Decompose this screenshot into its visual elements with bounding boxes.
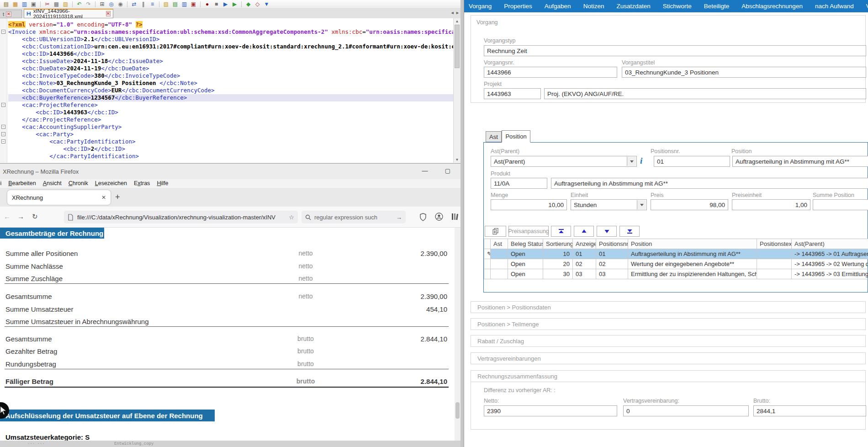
xml-line[interactable]: <cac:PartyIdentification> — [8, 138, 453, 145]
brutto-field[interactable]: 2844,1 — [753, 405, 866, 416]
menu-item-extras[interactable]: Extras — [134, 180, 150, 186]
table-row[interactable]: ✎Open100101Auftragserteilung in Abstimmu… — [484, 249, 868, 259]
accordion-positionen-teilmenge[interactable]: Positionen > Teilmenge — [471, 318, 866, 330]
table-cell[interactable]: Open — [508, 249, 543, 259]
table-cell[interactable]: 03 — [573, 269, 596, 279]
forward-icon[interactable]: → — [17, 213, 24, 220]
xml-line[interactable]: <cbc:ID>1443966</cbc:ID> — [8, 50, 453, 58]
erp-tab-properties[interactable]: Properties — [504, 3, 532, 10]
table-cell[interactable]: 01 — [596, 249, 628, 259]
erp-tab-stichworte[interactable]: Stichworte — [663, 3, 692, 10]
toolbar-icon[interactable]: ∥ — [140, 1, 147, 8]
table-cell[interactable]: 10 — [543, 249, 573, 259]
table-cell[interactable] — [491, 249, 508, 259]
toolbar-icon[interactable]: ≡ — [149, 1, 156, 8]
toolbar-icon[interactable]: ▨ — [62, 1, 69, 8]
table-cell[interactable] — [491, 269, 508, 279]
toolbar-icon[interactable]: ↷ — [85, 1, 92, 8]
table-cell[interactable]: -> 1443965 -> 02 Wertung der — [792, 259, 868, 269]
vorgangstyp-field[interactable]: Rechnung Zeit — [484, 45, 866, 56]
erp-tab-beteiligte[interactable]: Beteiligte — [704, 3, 730, 10]
search-go-icon[interactable]: → — [396, 214, 402, 221]
menu-item-bearbeiten[interactable]: Bearbeiten — [8, 180, 36, 186]
toolbar-icon[interactable]: ▦ — [12, 1, 19, 8]
notepad-tab-partial[interactable]: t ✕ — [0, 10, 22, 18]
produkt-nr-field[interactable]: 11/0A — [491, 178, 547, 189]
close-icon[interactable]: ✕ — [6, 11, 11, 17]
toolbar-icon[interactable]: ▤ — [3, 1, 10, 8]
close-icon[interactable]: ✕ — [101, 194, 106, 201]
xml-line[interactable]: <cbc:Note>03_RechnungKunde_3 Positionen … — [8, 80, 453, 87]
row-selector-cell[interactable]: ✎ — [484, 249, 491, 259]
toolbar-icon[interactable]: ▶ — [231, 1, 238, 8]
editor-scrollbar[interactable]: ▲ ▼ — [453, 18, 460, 163]
table-cell[interactable] — [757, 249, 792, 259]
fold-toggle-icon[interactable]: − — [1, 30, 5, 34]
erp-tab-verkaufsbeleg[interactable]: Verkaufsbeleg▼ — [866, 3, 868, 10]
table-cell[interactable]: -> 1443965 -> 03 Ermittlung der — [792, 269, 868, 279]
table-cell[interactable]: 03 — [596, 269, 628, 279]
browser-tab[interactable]: XRechnung ✕ — [7, 190, 111, 205]
table-cell[interactable]: 20 — [543, 259, 573, 269]
table-cell[interactable]: Open — [508, 269, 543, 279]
erp-tab-abschlagsrechnungen[interactable]: Abschlagsrechnungen — [741, 3, 803, 10]
move-top-button[interactable] — [551, 226, 571, 237]
toolbar-icon[interactable]: ◇ — [254, 1, 261, 8]
new-tab-icon[interactable]: + — [115, 192, 120, 202]
table-row[interactable]: Open300303Ermittlung der zu inspizierend… — [484, 269, 868, 279]
xml-line[interactable]: <?xml version="1.0" encoding="UTF-8" ?> — [8, 21, 453, 28]
menu-item-hilfe[interactable]: Hilfe — [157, 180, 168, 186]
table-cell[interactable]: -> 1443965 -> 01 Auftragserteilung — [792, 249, 868, 259]
maximize-icon[interactable]: ▢ — [441, 167, 455, 174]
table-cell[interactable] — [757, 269, 792, 279]
move-up-button[interactable] — [574, 226, 594, 237]
tab-position[interactable]: Position — [502, 130, 530, 143]
table-cell[interactable]: Ermittlung der zu inspizierenden Haltung… — [628, 269, 757, 279]
xml-line[interactable]: <Invoice xmlns:cac="urn:oasis:names:spec… — [8, 28, 453, 36]
toolbar-icon[interactable]: ▥ — [21, 1, 28, 8]
library-icon[interactable] — [451, 213, 459, 221]
positionsnr-field[interactable]: 01 — [654, 156, 730, 167]
table-row[interactable]: Open200202Wertung der eingegebenen Angeb… — [484, 259, 868, 269]
shield-icon[interactable] — [419, 213, 427, 221]
scroll-down-icon[interactable]: ▼ — [454, 158, 460, 162]
toolbar-icon[interactable]: ● — [204, 1, 211, 8]
vorgangstitel-field[interactable]: 03_RechnungKunde_3 Positionen — [622, 67, 866, 78]
toolbar-icon[interactable]: ▣ — [30, 1, 37, 8]
table-cell[interactable]: 30 — [543, 269, 573, 279]
accordion-positionen-positionsdaten[interactable]: Positionen > Positionsdaten — [471, 301, 866, 313]
preiseinheit-field[interactable]: 1,00 — [732, 199, 810, 210]
accordion-rabatt-zuschlag[interactable]: Rabatt / Zuschlag — [471, 335, 866, 347]
fold-toggle-icon[interactable]: − — [1, 139, 5, 144]
notepad-tab-active[interactable]: xINV_1443966-20241119110318.xml ✕ — [24, 9, 113, 18]
move-down-button[interactable] — [597, 226, 617, 237]
toolbar-icon[interactable]: ▣ — [190, 1, 197, 8]
toolbar-icon[interactable]: ■ — [213, 1, 220, 8]
menu-item-lesezeichen[interactable]: Lesezeichen — [95, 180, 127, 186]
erp-tab-nach-aufwand[interactable]: nach Aufwand — [815, 3, 854, 10]
menu-item-ansicht[interactable]: Ansicht — [43, 180, 62, 186]
toolbar-icon[interactable]: ⊞ — [99, 1, 106, 8]
toolbar-icon[interactable]: ↶ — [76, 1, 83, 8]
toolbar-icon[interactable]: ▼ — [263, 1, 270, 8]
xml-line[interactable]: <cac:AccountingSupplierParty> — [8, 123, 453, 131]
einheit-dropdown[interactable]: Stunden — [571, 199, 647, 210]
table-cell[interactable]: 01 — [573, 249, 596, 259]
xml-line[interactable]: </cac:PartyIdentification> — [8, 153, 453, 160]
xml-line[interactable]: <cbc:DueDate>2024-11-19</cbc:DueDate> — [8, 65, 453, 72]
page-scrollbar[interactable] — [455, 228, 460, 441]
table-cell[interactable] — [757, 259, 792, 269]
fold-toggle-icon[interactable]: − — [1, 125, 5, 129]
menu-item-datei[interactable]: Datei — [0, 180, 1, 186]
table-cell[interactable]: 02 — [596, 259, 628, 269]
reload-icon[interactable]: ↻ — [32, 213, 38, 221]
move-bottom-button[interactable] — [619, 226, 640, 237]
position-field[interactable]: Auftragserteilung in Abstimmung mit AG** — [732, 156, 868, 167]
table-cell[interactable] — [491, 259, 508, 269]
menge-field[interactable]: 10,00 — [491, 199, 567, 210]
xml-line[interactable]: <cbc:UBLVersionID>2.1</cbc:UBLVersionID> — [8, 36, 453, 43]
projekt-nr-field[interactable]: 1443963 — [484, 88, 541, 99]
xml-line[interactable]: <cbc:DocumentCurrencyCode>EUR</cbc:Docum… — [8, 87, 453, 94]
erp-tab-vorgang[interactable]: Vorgang — [469, 3, 492, 10]
toolbar-icon[interactable]: ▶ — [222, 1, 229, 8]
